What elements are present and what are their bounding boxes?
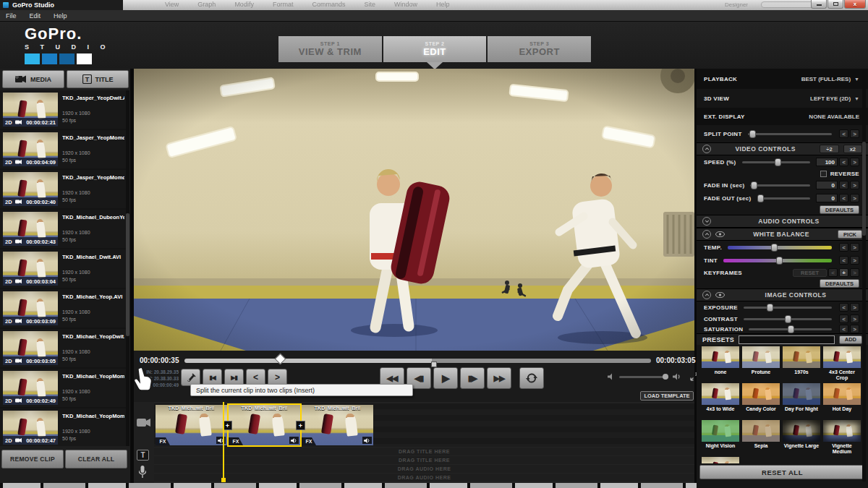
saturation-nudge-left[interactable]: < bbox=[839, 325, 848, 333]
expand-icon[interactable] bbox=[702, 217, 711, 226]
remove-clip-button[interactable]: REMOVE CLIP bbox=[1, 450, 64, 468]
keyframe-next-button[interactable]: > bbox=[850, 268, 859, 277]
preset-item[interactable]: Candy Color bbox=[741, 383, 780, 419]
media-list-item[interactable]: 2D 00:00:02:49 TKD_Michael_YeopMom.. 192… bbox=[0, 369, 126, 407]
eye-icon[interactable] bbox=[715, 231, 725, 237]
media-list-item[interactable]: 2D 00:00:03:09 TKD_Michael_Yeop.AVI 1920… bbox=[0, 289, 126, 328]
preset-item[interactable]: 4x3 to Wide bbox=[701, 383, 740, 419]
image-controls-header[interactable]: IMAGE CONTROLS bbox=[697, 288, 868, 301]
fade-out-value[interactable]: 0 bbox=[816, 194, 838, 202]
maximize-button[interactable] bbox=[827, 0, 843, 9]
load-template-button[interactable]: LOAD TEMPLATE bbox=[640, 391, 694, 401]
exposure-nudge-left[interactable]: < bbox=[839, 303, 848, 312]
media-list-item[interactable]: 2D 00:00:02:40 TKD_Jasper_YeopMomd. 1920… bbox=[0, 170, 126, 208]
media-list-item[interactable]: 2D 00:00:02:43 TKD_Michael_DubeonYe.. 19… bbox=[0, 210, 126, 248]
audio-controls-header[interactable]: AUDIO CONTROLS bbox=[697, 215, 868, 228]
preset-item[interactable]: Day For Night bbox=[782, 383, 821, 419]
double-speed-button[interactable]: x2 bbox=[843, 145, 862, 153]
timeline-clip[interactable]: TKD_Mich..wit_Bril FX bbox=[156, 405, 227, 445]
clip-audio-icon[interactable] bbox=[362, 437, 372, 444]
half-speed-button[interactable]: ÷2 bbox=[820, 145, 838, 153]
video-controls-header[interactable]: VIDEO CONTROLS ÷2 x2 bbox=[697, 142, 868, 155]
preset-item[interactable]: Night Vision bbox=[701, 420, 740, 455]
drag-audio-row[interactable]: DRAG AUDIO HERE bbox=[154, 465, 694, 473]
temp-slider[interactable] bbox=[728, 246, 832, 249]
wb-defaults-button[interactable]: DEFAULTS bbox=[820, 279, 859, 288]
fade-out-nudge-left[interactable]: < bbox=[839, 194, 848, 202]
tab-edit[interactable]: STEP 2 EDIT bbox=[383, 36, 487, 62]
fade-in-value[interactable]: 0 bbox=[816, 181, 838, 189]
fast-forward-button[interactable]: ▶▶ bbox=[487, 367, 511, 389]
preset-item[interactable]: none bbox=[701, 346, 740, 382]
tint-nudge-right[interactable]: > bbox=[850, 256, 859, 265]
preset-item[interactable]: 1970s bbox=[782, 346, 821, 382]
settings-scrollbar[interactable] bbox=[862, 69, 866, 481]
scrubber-marker[interactable] bbox=[431, 361, 437, 367]
playhead-diamond[interactable] bbox=[275, 354, 286, 365]
media-list-item[interactable]: 2D 00:00:02:21 TKD_Jasper_YeopDwit.A 192… bbox=[0, 90, 126, 129]
temp-nudge-left[interactable]: < bbox=[839, 243, 848, 252]
split-nudge-left[interactable]: < bbox=[839, 129, 848, 138]
menu-file[interactable]: File bbox=[6, 12, 17, 20]
tab-view-trim[interactable]: STEP 1 VIEW & TRIM bbox=[278, 36, 382, 62]
speed-nudge-right[interactable]: > bbox=[850, 158, 859, 166]
clip-audio-icon[interactable] bbox=[289, 437, 299, 444]
reverse-checkbox[interactable] bbox=[820, 171, 827, 177]
keyframes-reset-button[interactable]: RESET bbox=[793, 269, 827, 277]
fade-out-slider[interactable] bbox=[757, 197, 810, 200]
tab-media[interactable]: MEDIA bbox=[2, 70, 64, 88]
saturation-nudge-right[interactable]: > bbox=[850, 325, 859, 333]
exposure-slider[interactable] bbox=[744, 307, 832, 309]
video-defaults-button[interactable]: DEFAULTS bbox=[820, 205, 859, 214]
preset-item[interactable] bbox=[701, 457, 740, 463]
reset-all-button[interactable]: RESET ALL bbox=[699, 465, 865, 479]
white-balance-header[interactable]: WHITE BALANCE PICK bbox=[697, 228, 868, 241]
media-list-item[interactable]: 2D 00:00:03:05 TKD_Michael_YeopDwit.. 19… bbox=[0, 329, 126, 367]
play-button[interactable]: ▶ bbox=[433, 367, 458, 389]
split-point-slider[interactable] bbox=[748, 133, 832, 135]
fade-out-nudge-right[interactable]: > bbox=[850, 194, 859, 202]
eye-icon[interactable] bbox=[715, 292, 725, 298]
playback-select[interactable]: BEST (FULL-RES) ▼ bbox=[801, 76, 859, 82]
timeline-playhead[interactable] bbox=[223, 402, 224, 479]
keyframe-prev-button[interactable]: < bbox=[828, 268, 838, 277]
clip-audio-icon[interactable] bbox=[216, 437, 226, 444]
tint-slider[interactable] bbox=[723, 259, 832, 262]
keyframe-add-button[interactable]: + bbox=[839, 268, 848, 277]
video-preview[interactable] bbox=[134, 69, 694, 351]
contrast-nudge-left[interactable]: < bbox=[839, 314, 848, 323]
contrast-nudge-right[interactable]: > bbox=[850, 314, 859, 323]
menu-help[interactable]: Help bbox=[54, 12, 67, 20]
temp-nudge-right[interactable]: > bbox=[850, 243, 859, 252]
preset-item[interactable]: Hot Day bbox=[822, 383, 861, 419]
preset-item[interactable]: Vignette Medium bbox=[822, 420, 861, 455]
speed-value[interactable]: 100 bbox=[816, 158, 838, 166]
minimize-button[interactable] bbox=[811, 0, 827, 9]
drag-title-row[interactable]: DRAG TITLE HERE bbox=[154, 448, 694, 455]
menu-edit[interactable]: Edit bbox=[30, 12, 41, 20]
pick-button[interactable]: PICK bbox=[838, 230, 862, 239]
next-frame-button[interactable]: ▮▶ bbox=[460, 367, 485, 389]
close-button[interactable]: x bbox=[844, 0, 866, 9]
preset-name-input[interactable] bbox=[739, 335, 835, 344]
contrast-slider[interactable] bbox=[744, 318, 832, 320]
media-list-item[interactable]: 2D 00:00:02:47 TKD_Michael_YeopMom.. 192… bbox=[0, 408, 126, 446]
collapse-icon[interactable] bbox=[702, 291, 711, 299]
timeline-clip[interactable]: TKD_Mich..wit_Bril FX bbox=[229, 405, 300, 445]
exposure-nudge-right[interactable]: > bbox=[850, 303, 859, 312]
media-scrollbar[interactable] bbox=[126, 90, 129, 446]
tint-nudge-left[interactable]: < bbox=[839, 256, 848, 265]
fade-in-slider[interactable] bbox=[750, 184, 810, 187]
saturation-slider[interactable] bbox=[749, 328, 832, 330]
scrubber[interactable] bbox=[184, 359, 651, 363]
preset-item[interactable]: Vignette Large bbox=[782, 420, 821, 455]
fade-in-nudge-left[interactable]: < bbox=[839, 181, 848, 189]
drag-audio-row[interactable]: DRAG AUDIO HERE bbox=[154, 474, 694, 481]
tab-title[interactable]: T TITLE bbox=[67, 70, 129, 88]
loop-button[interactable] bbox=[519, 367, 544, 389]
collapse-icon[interactable] bbox=[702, 230, 711, 239]
split-nudge-right[interactable]: > bbox=[850, 129, 859, 138]
tab-export[interactable]: STEP 3 EXPORT bbox=[488, 36, 591, 62]
drag-title-row[interactable]: DRAG TITLE HERE bbox=[154, 456, 694, 464]
fade-in-nudge-right[interactable]: > bbox=[850, 181, 859, 189]
